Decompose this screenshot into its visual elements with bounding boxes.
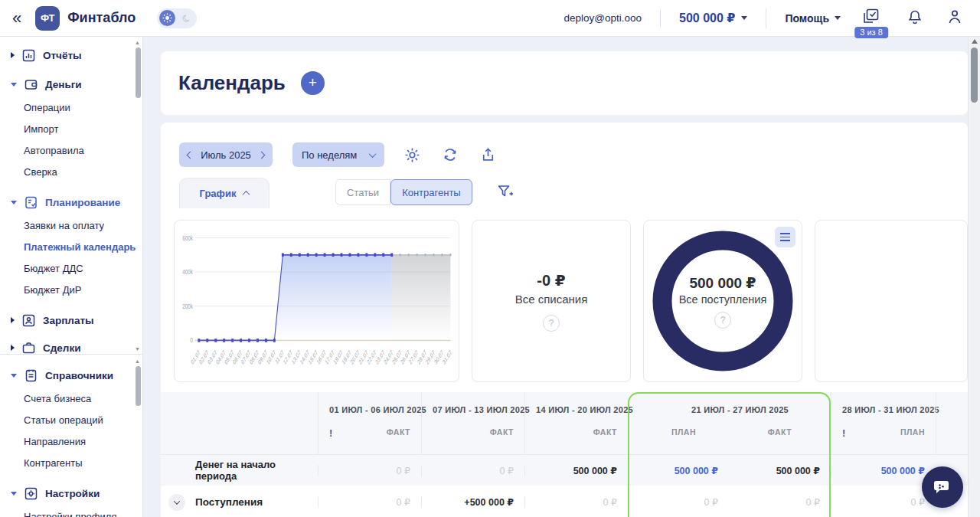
sidebar-item-label: Счета бизнеса <box>24 393 91 404</box>
chevron-down-icon <box>11 492 17 496</box>
sidebar-item-planning[interactable]: Планирование <box>11 191 142 213</box>
briefcase-icon <box>22 342 35 355</box>
grouping-segmented-control: Статьи Контрагенты <box>335 179 472 205</box>
tab-chart[interactable]: График <box>179 178 270 208</box>
cell-value[interactable]: 500 000 ₽ <box>524 465 628 476</box>
sidebar-item-autorules[interactable]: Автоправила <box>24 141 142 159</box>
scrollbar-thumb[interactable] <box>971 47 978 103</box>
export-button[interactable] <box>480 147 496 163</box>
month-label[interactable]: Июль 2025 <box>201 149 251 161</box>
help-dropdown[interactable]: Помощь <box>785 12 841 25</box>
scroll-up-icon[interactable]: ▲ <box>135 40 140 45</box>
week-column-header[interactable]: 28 ИЮЛ - 31 ИЮЛ 2025 !ПЛАН <box>831 392 936 454</box>
scroll-down-icon[interactable]: ▼ <box>135 346 140 352</box>
cashflow-line-chart: 0200k400k600k01.0702.0703.0704.0705.0706… <box>178 227 456 381</box>
balance-dropdown[interactable]: 500 000 ₽ <box>679 11 747 25</box>
sidebar-scrollbar-thumb[interactable] <box>136 47 141 98</box>
week-column-header-current-plan[interactable]: 21 ИЮЛ - 27 ИЮЛ 2025 ПЛАН <box>628 392 729 454</box>
sidebar-item-deals[interactable]: Сделки <box>11 337 142 354</box>
svg-text:0: 0 <box>190 336 193 345</box>
outflow-label: Все списания <box>515 293 588 306</box>
week-column-header-current-fact[interactable]: ФАКТ <box>729 392 831 454</box>
sidebar-item-reports[interactable]: Отчёты <box>11 44 142 66</box>
tab-counterparties[interactable]: Контрагенты <box>390 179 472 205</box>
cell-value-plan[interactable]: 500 000 ₽ <box>831 465 936 476</box>
sidebar: Отчёты Деньги Операции Импорт Автоправил… <box>0 37 143 517</box>
theme-toggle[interactable] <box>157 8 197 28</box>
period-select[interactable]: По неделям <box>292 142 384 167</box>
cell-value-fact[interactable]: 0 ₽ <box>729 496 831 508</box>
sidebar-item-operation-articles[interactable]: Статьи операций <box>24 411 142 429</box>
tasks-checklist-button[interactable]: 3 из 8 <box>862 8 880 29</box>
main-content: Календарь + Июль 2025 По неделям <box>143 37 968 517</box>
cell-value-fact[interactable]: 500 000 ₽ <box>729 465 831 476</box>
week-column-header[interactable]: 01 ИЮЛ - 06 ИЮЛ 2025 !ФАКТ <box>318 392 421 454</box>
cashflow-chart-panel[interactable]: 0200k400k600k01.0702.0703.0704.0705.0706… <box>174 220 459 382</box>
sidebar-item-money[interactable]: Деньги <box>11 74 142 95</box>
prev-month-icon[interactable] <box>187 151 194 159</box>
sidebar-item-profile-settings[interactable]: Настройки профиля <box>24 507 142 517</box>
cell-value[interactable]: 0 ₽ <box>421 465 524 476</box>
notifications-button[interactable] <box>906 8 923 28</box>
refresh-button[interactable] <box>442 146 459 163</box>
sidebar-item-operations[interactable]: Операции <box>24 98 142 116</box>
chevron-down-icon <box>11 201 17 205</box>
plan-sublabel: ПЛАН <box>900 427 925 439</box>
sidebar-main-menu: Отчёты Деньги Операции Импорт Автоправил… <box>0 37 142 354</box>
sidebar-item-label: Статьи операций <box>24 414 103 426</box>
chevron-down-icon <box>369 150 377 158</box>
sidebar-item-counterparties[interactable]: Контрагенты <box>24 453 142 472</box>
chevron-right-icon <box>11 52 15 58</box>
profile-button[interactable] <box>946 8 963 28</box>
week-column-header[interactable]: 14 ИЮЛ - 20 ИЮЛ 2025 ФАКТ <box>524 392 628 454</box>
add-filter-button[interactable] <box>497 184 514 199</box>
cell-value-plan[interactable]: 0 ₽ <box>628 496 729 508</box>
cell-value-plan[interactable]: 0 ₽ <box>831 496 936 508</box>
row-expander-button[interactable] <box>168 494 185 511</box>
sidebar-item-budget-dir[interactable]: Бюджет ДиР <box>24 280 142 299</box>
table-row-inflows[interactable]: Поступления 0 ₽ +500 000 ₽ 0 ₽ 0 ₽ 0 ₽ 0… <box>161 486 968 517</box>
export-icon <box>480 147 496 163</box>
help-circle-icon[interactable]: ? <box>714 312 731 329</box>
next-month-icon[interactable] <box>258 151 266 159</box>
sidebar-scrollbar-thumb[interactable] <box>136 366 141 406</box>
table-row-opening-balance[interactable]: Денег на начало периода 0 ₽ 0 ₽ 500 000 … <box>161 455 968 486</box>
cell-value[interactable]: 0 ₽ <box>318 496 421 508</box>
sidebar-item-payment-calendar[interactable]: Платежный календарь <box>24 237 142 256</box>
support-chat-button[interactable] <box>922 466 963 508</box>
scroll-up-icon[interactable]: ▲ <box>135 358 140 364</box>
brand-name: Финтабло <box>67 10 136 26</box>
sidebar-item-dictionaries[interactable]: Справочники <box>11 365 142 386</box>
sidebar-item-label: Заявки на оплату <box>24 220 104 231</box>
settings-button[interactable] <box>404 147 420 163</box>
cell-value[interactable]: +500 000 ₽ <box>421 496 524 508</box>
cell-value[interactable]: 0 ₽ <box>318 465 421 476</box>
main-scrollbar[interactable] <box>968 37 980 517</box>
sun-icon[interactable] <box>159 10 175 26</box>
moon-icon[interactable] <box>178 10 194 26</box>
sidebar-item-directions[interactable]: Направления <box>24 432 142 450</box>
scroll-up-icon[interactable] <box>972 39 978 44</box>
sidebar-item-business-accounts[interactable]: Счета бизнеса <box>24 389 142 407</box>
sidebar-item-import[interactable]: Импорт <box>24 119 142 138</box>
inflow-value: 500 000 ₽ <box>689 274 756 292</box>
warning-mark: ! <box>842 427 846 439</box>
sidebar-item-budget-dds[interactable]: Бюджет ДДС <box>24 259 142 277</box>
sidebar-item-reconciliation[interactable]: Сверка <box>24 162 142 181</box>
sidebar-collapse-icon[interactable]: « <box>12 10 21 27</box>
sidebar-item-label: Настройки профиля <box>24 511 116 517</box>
sidebar-item-salaries[interactable]: Зарплаты <box>11 309 142 331</box>
add-button[interactable]: + <box>301 71 325 95</box>
row-label: Денег на начало периода <box>161 459 318 482</box>
cell-value-plan[interactable]: 500 000 ₽ <box>628 465 729 476</box>
tab-articles[interactable]: Статьи <box>335 179 390 205</box>
app-logo[interactable]: ФТ <box>35 6 60 31</box>
sidebar-item-settings[interactable]: Настройки <box>11 483 142 504</box>
warning-mark: ! <box>329 427 333 439</box>
help-circle-icon[interactable]: ? <box>543 315 560 332</box>
sidebar-item-label: Направления <box>24 436 86 447</box>
sidebar-item-label: Автоправила <box>24 145 84 156</box>
sidebar-item-payment-requests[interactable]: Заявки на оплату <box>24 216 142 234</box>
cell-value[interactable]: 0 ₽ <box>524 496 628 508</box>
week-column-header[interactable]: 07 ИЮЛ - 13 ИЮЛ 2025 ФАКТ <box>421 392 524 454</box>
